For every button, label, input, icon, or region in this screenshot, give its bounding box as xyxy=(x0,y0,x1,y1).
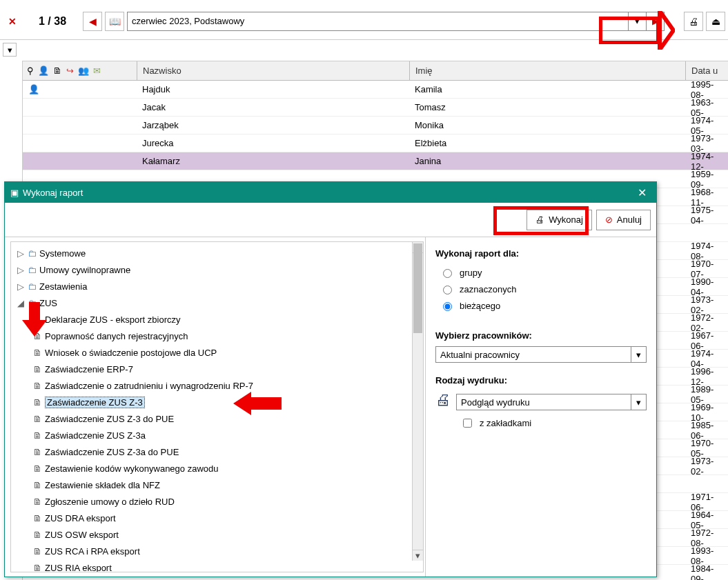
dialog-title: Wykonaj raport xyxy=(23,188,83,198)
table-row[interactable]: JacakTomasz1963-05- xyxy=(23,99,728,117)
col-data[interactable]: Data u xyxy=(685,61,728,80)
tree-item[interactable]: 🗎ZUS RIA eksport xyxy=(11,559,423,572)
tree-item[interactable]: 🗎Zaświadczenie ZUS Z-3 do PUE xyxy=(11,410,423,427)
cell-data: 1975-04- xyxy=(685,205,728,226)
tree-item[interactable]: 🗎Zaświadczenie ZUS Z-3a xyxy=(11,427,423,443)
chk-zakladki-input[interactable] xyxy=(463,419,472,428)
select-pracownicy[interactable]: Aktualni pracownicy ▾ xyxy=(435,346,647,363)
radio-zaznaczonych[interactable]: zaznaczonych xyxy=(435,281,647,297)
combo-dropdown-button[interactable]: ▾ xyxy=(628,12,646,30)
report-tree[interactable]: ▷🗀Systemowe▷🗀Umowy cywilnoprawne▷🗀Zestaw… xyxy=(11,242,423,572)
row-icon: 👤 xyxy=(23,84,137,94)
person-icon[interactable]: 👤 xyxy=(38,66,49,76)
wykonaj-button[interactable]: 🖨 Wykonaj xyxy=(527,210,592,230)
select-pracownicy-btn[interactable]: ▾ xyxy=(631,346,647,363)
tree-folder[interactable]: ▷🗀Systemowe xyxy=(11,245,423,261)
tree-folder-label: Systemowe xyxy=(39,248,86,259)
select-wydruk-btn[interactable]: ▾ xyxy=(631,394,647,410)
radio-zaznaczonych-input[interactable] xyxy=(443,286,452,294)
table-row[interactable]: JarząbekMonika1974-05- xyxy=(23,117,728,134)
tree-item-label: Zgłoszenie umowy o dzieło RUD xyxy=(45,497,175,507)
folder-icon: 🗀 xyxy=(28,248,37,259)
document-icon: 🗎 xyxy=(33,546,42,557)
scroll-down-icon[interactable]: ▾ xyxy=(413,550,423,561)
tree-scrollbar[interactable]: ▴ ▾ xyxy=(412,242,423,561)
prev-button[interactable]: ◀ xyxy=(83,12,102,31)
tree-folder[interactable]: ◢🗀ZUS xyxy=(11,294,423,311)
cell-data: 1973-02- xyxy=(685,456,728,477)
cell-nazwisko: Jacak xyxy=(137,102,409,112)
dropdown-small[interactable]: ▾ xyxy=(3,43,17,57)
tree-item-label: Zaświadczenie ERP-7 xyxy=(45,364,133,374)
tree-item[interactable]: 🗎ZUS OSW eksport xyxy=(11,526,423,543)
chk-zakladki[interactable]: z zakładkami xyxy=(456,414,647,431)
opts-h1: Wykonaj raport dla: xyxy=(435,248,647,259)
print-icon: 🖨 xyxy=(535,214,544,225)
window-icon: ▣ xyxy=(10,188,19,198)
tree-item-label: Zaświadczenie ZUS Z-3a xyxy=(45,430,146,441)
person2-icon[interactable]: 👥 xyxy=(78,66,89,76)
folder-icon: 🗀 xyxy=(28,298,37,308)
tree-item[interactable]: 🗎ZUS DRA eksport xyxy=(11,510,423,526)
tree-item[interactable]: 🗎Poprawność danych rejestracyjnych xyxy=(11,328,423,344)
tree-item[interactable]: 🗎Zaświadczenie ERP-7 xyxy=(11,361,423,377)
document-icon: 🗎 xyxy=(33,480,42,490)
tree-item-label: Zestawienie kodów wykonywanego zawodu xyxy=(45,463,218,474)
print-button[interactable]: 🖨 xyxy=(684,12,703,31)
tree-item-label: Zaświadczenie o zatrudnieniu i wynagrodz… xyxy=(45,381,253,391)
document-icon: 🗎 xyxy=(33,447,42,457)
tree-pane: ▷🗀Systemowe▷🗀Umowy cywilnoprawne▷🗀Zestaw… xyxy=(5,237,426,577)
header-icon-cells: ⚲ 👤 🗎 ↪ 👥 ✉ xyxy=(23,66,137,76)
cell-imie: Tomasz xyxy=(409,102,685,112)
tree-item[interactable]: 🗎Deklaracje ZUS - eksport zbiorczy xyxy=(11,311,423,328)
tree-folder[interactable]: ▷🗀Umowy cywilnoprawne xyxy=(11,261,423,278)
share-icon[interactable]: ↪ xyxy=(66,66,74,76)
cancel-icon: ⊘ xyxy=(605,214,613,225)
tree-item[interactable]: 🗎Zgłoszenie umowy o dzieło RUD xyxy=(11,493,423,510)
document-icon: 🗎 xyxy=(33,513,42,523)
radio-grupy-input[interactable] xyxy=(443,269,452,278)
tree-item[interactable]: 🗎Zestawienie kodów wykonywanego zawodu xyxy=(11,460,423,477)
pin-icon[interactable]: ⚲ xyxy=(27,66,34,76)
period-input[interactable] xyxy=(128,16,628,26)
tree-folder-label: Zestawienia xyxy=(39,281,87,292)
radio-grupy[interactable]: grupy xyxy=(435,264,647,281)
period-combo[interactable]: ▾ ▶ xyxy=(127,12,665,31)
export-button[interactable]: ⏏ xyxy=(706,12,725,31)
document-icon: 🗎 xyxy=(33,381,42,391)
col-nazwisko[interactable]: Nazwisko xyxy=(137,61,409,80)
select-wydruk[interactable]: Podgląd wydruku ▾ xyxy=(456,394,647,410)
cell-imie: Monika xyxy=(409,120,685,130)
tree-item[interactable]: 🗎Zestawienie składek dla NFZ xyxy=(11,477,423,493)
document-icon: 🗎 xyxy=(33,563,42,573)
anuluj-button[interactable]: ⊘ Anuluj xyxy=(596,210,651,230)
col-imie[interactable]: Imię xyxy=(409,61,685,80)
opts-h3: Rodzaj wydruku: xyxy=(435,375,647,386)
doc-icon[interactable]: 🗎 xyxy=(53,66,62,76)
tree-item[interactable]: 🗎Wniosek o świadczenie postojowe dla UCP xyxy=(11,344,423,361)
tree-item[interactable]: 🗎Zaświadczenie ZUS Z-3a do PUE xyxy=(11,443,423,460)
table-row[interactable]: 👤HajdukKamila1995-08- xyxy=(23,81,728,99)
mail-icon[interactable]: ✉ xyxy=(93,66,101,76)
document-icon: 🗎 xyxy=(33,430,42,441)
scroll-thumb[interactable] xyxy=(413,243,422,333)
radio-biezacego-input[interactable] xyxy=(443,302,452,311)
opts-h2: Wybierz pracowników: xyxy=(435,330,647,341)
tree-item-label: Poprawność danych rejestracyjnych xyxy=(45,331,188,341)
tree-folder[interactable]: ▷🗀Zestawienia xyxy=(11,278,423,294)
tree-item[interactable]: 🗎ZUS RCA i RPA eksport xyxy=(11,543,423,559)
radio-biezacego[interactable]: bieżącego xyxy=(435,297,647,314)
tree-item-label: ZUS RIA eksport xyxy=(45,563,112,573)
table-row[interactable]: JureckaElżbieta1973-03- xyxy=(23,134,728,152)
tree-item[interactable]: 🗎Zaświadczenie o zatrudnieniu i wynagrod… xyxy=(11,377,423,394)
close-button[interactable]: ✕ xyxy=(3,12,22,31)
dialog-toolbar: 🖨 Wykonaj ⊘ Anuluj xyxy=(5,203,656,237)
combo-next-button[interactable]: ▶ xyxy=(646,12,664,30)
cell-data: 1984-09- xyxy=(685,563,728,581)
dialog-close-button[interactable]: ✕ xyxy=(633,186,651,199)
table-row[interactable]: KałamarzJanina1974-12- xyxy=(23,152,728,170)
main-toolbar: ✕ 1 / 38 ◀ 📖 ▾ ▶ 🖨 ⏏ xyxy=(0,0,728,40)
document-icon: 🗎 xyxy=(33,530,42,540)
tree-item[interactable]: 🗎Zaświadczenie ZUS Z-3 xyxy=(11,394,423,410)
book-icon[interactable]: 📖 xyxy=(105,12,124,31)
